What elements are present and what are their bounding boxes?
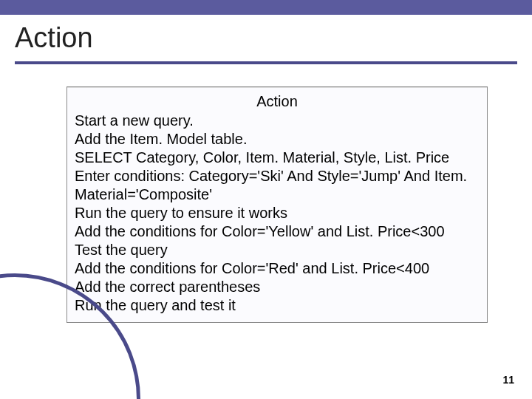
action-steps: Start a new query. Add the Item. Model t…: [75, 112, 480, 315]
title-underline-wrap: [0, 61, 532, 64]
top-decorative-band: [0, 0, 532, 15]
list-item: Add the correct parentheses: [75, 278, 480, 296]
page-number: 11: [502, 374, 514, 386]
title-underline: [15, 61, 517, 64]
list-item: Enter conditions: Category='Ski' And Sty…: [75, 167, 480, 204]
page-title: Action: [0, 15, 532, 61]
action-box-header: Action: [75, 93, 480, 110]
list-item: SELECT Category, Color, Item. Material, …: [75, 149, 480, 167]
list-item: Start a new query.: [75, 112, 480, 130]
action-box: Action Start a new query. Add the Item. …: [66, 86, 488, 323]
list-item: Add the Item. Model table.: [75, 130, 480, 149]
list-item: Add the conditions for Color='Yellow' an…: [75, 222, 480, 241]
list-item: Add the conditions for Color='Red' and L…: [75, 259, 480, 278]
list-item: Test the query: [75, 241, 480, 259]
list-item: Run the query to ensure it works: [75, 204, 480, 222]
list-item: Run the query and test it: [75, 296, 480, 315]
